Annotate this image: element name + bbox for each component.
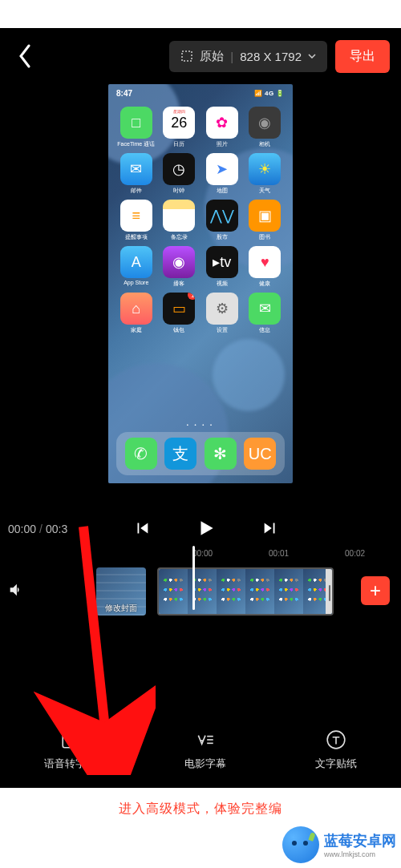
ios-app: ▸tv视频 xyxy=(202,246,242,288)
dock-app: ✻ xyxy=(205,438,237,470)
ios-app: 星期四26日历 xyxy=(160,107,200,148)
crop-icon xyxy=(180,50,193,63)
skip-previous-icon xyxy=(133,519,151,537)
dock-app: 支 xyxy=(164,438,196,470)
skip-next-icon xyxy=(261,519,279,537)
ios-app: ✉邮件 xyxy=(116,153,156,195)
resolution-selector[interactable]: 原始 | 828 X 1792 xyxy=(169,41,327,72)
chevron-left-icon xyxy=(18,44,32,68)
clip-trim-right[interactable] xyxy=(326,569,334,614)
back-button[interactable] xyxy=(11,39,38,73)
ios-statusbar: 8:47 📶 4G 🔋 xyxy=(108,84,293,102)
preview-area[interactable]: 8:47 📶 4G 🔋 □FaceTime 通话星期四26日历✿照片◉相机✉邮件… xyxy=(0,84,401,509)
ios-app: ➤地图 xyxy=(202,153,242,195)
ios-app: □FaceTime 通话 xyxy=(116,107,156,148)
svg-rect-0 xyxy=(182,51,192,61)
ios-app: ▣图书 xyxy=(245,200,286,241)
resolution-value: 828 X 1792 xyxy=(240,50,302,63)
cover-label: 修改封面 xyxy=(105,603,137,614)
play-button[interactable] xyxy=(196,518,217,541)
speaker-icon xyxy=(7,581,25,599)
editor-header: 原始 | 828 X 1792 导出 xyxy=(0,28,401,84)
advanced-mode-button[interactable]: 进入高级模式，体验完整编 xyxy=(0,788,401,830)
ios-app: ◉相机 xyxy=(245,107,286,148)
dock-app: UC xyxy=(244,438,276,470)
blueberry-icon xyxy=(282,826,319,863)
tick-label: 00:00 xyxy=(192,549,213,562)
ios-app-grid: □FaceTime 通话星期四26日历✿照片◉相机✉邮件◷时钟➤地图☀天气≡提醒… xyxy=(116,107,285,334)
tool-label: 电影字幕 xyxy=(184,757,226,771)
time-current: 00:00 xyxy=(8,523,36,535)
tool-voice-subtitle[interactable]: 语音转字幕 xyxy=(44,729,96,771)
playhead[interactable] xyxy=(192,546,195,610)
advanced-mode-label: 进入高级模式，体验完整编 xyxy=(119,801,282,818)
ios-app: ⋀⋁股市 xyxy=(202,200,242,241)
watermark-text: 蓝莓安卓网 xyxy=(324,831,396,850)
tick-label: 00:02 xyxy=(345,549,365,562)
watermark: 蓝莓安卓网 www.lmkjst.com xyxy=(282,826,396,863)
mute-button[interactable] xyxy=(0,581,32,602)
plus-icon: + xyxy=(370,579,381,602)
next-button[interactable] xyxy=(261,519,279,539)
time-total: 00:3 xyxy=(46,523,67,535)
video-clip[interactable] xyxy=(157,567,334,616)
tool-text-sticker[interactable]: 文字贴纸 xyxy=(315,729,357,771)
ios-app: ⌂家庭 xyxy=(116,293,156,334)
video-editor-screen: 原始 | 828 X 1792 导出 8:47 📶 4G 🔋 □FaceTime… xyxy=(0,28,401,830)
ios-app: ⚙设置 xyxy=(202,293,242,334)
prev-button[interactable] xyxy=(133,519,151,539)
ios-app: ♥健康 xyxy=(245,246,286,288)
ios-app: ◉播客 xyxy=(160,246,200,288)
ios-app: ≡提醒事项 xyxy=(116,200,156,241)
dock-app: ✆ xyxy=(125,438,157,470)
ios-app: ◷时钟 xyxy=(160,153,200,195)
caret-down-icon xyxy=(308,54,316,59)
ios-app: ✿照片 xyxy=(202,107,242,148)
timeline[interactable]: 00:0000:0100:02 修改封面 + xyxy=(0,549,401,637)
ios-app: ✉信息 xyxy=(245,293,286,334)
svg-rect-1 xyxy=(63,732,79,748)
phone-time: 8:47 xyxy=(116,89,132,98)
play-icon xyxy=(196,518,217,539)
ios-app: 备忘录 xyxy=(160,200,200,241)
bottom-toolbar: 语音转字幕电影字幕文字贴纸 xyxy=(0,722,401,778)
export-button[interactable]: 导出 xyxy=(335,40,390,73)
ios-app: ☀天气 xyxy=(245,153,286,195)
preview-video-frame: 8:47 📶 4G 🔋 □FaceTime 通话星期四26日历✿照片◉相机✉邮件… xyxy=(108,84,293,483)
tool-label: 语音转字幕 xyxy=(44,757,96,771)
ios-dock: ✆支✻UC xyxy=(116,432,285,475)
playback-bar: 00:00 / 00:3 xyxy=(0,509,401,549)
ios-app: AApp Store xyxy=(116,246,156,288)
tool-label: 文字贴纸 xyxy=(315,757,357,771)
original-label: 原始 xyxy=(200,49,224,64)
cover-thumbnail[interactable]: 修改封面 xyxy=(96,567,146,616)
ios-app: ▭1钱包 xyxy=(160,293,200,334)
tick-label: 00:01 xyxy=(269,549,289,562)
tool-movie-subtitle[interactable]: 电影字幕 xyxy=(184,729,226,771)
page-dots: • • • • xyxy=(108,422,293,427)
phone-signal: 📶 4G 🔋 xyxy=(254,90,285,97)
timeline-ticks: 00:0000:0100:02 xyxy=(192,549,401,562)
add-clip-button[interactable]: + xyxy=(361,576,390,605)
watermark-url: www.lmkjst.com xyxy=(324,850,396,858)
